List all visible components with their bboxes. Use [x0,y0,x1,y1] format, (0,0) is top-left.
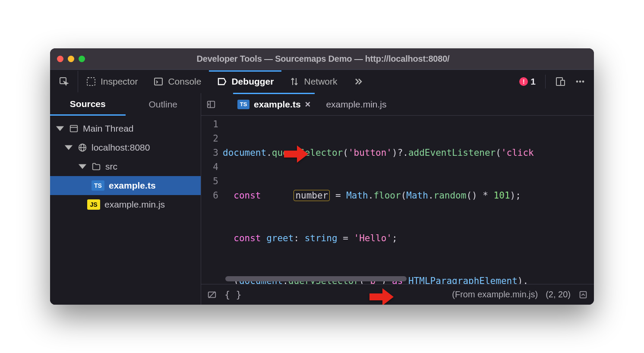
svg-point-5 [576,81,578,83]
tree-label: localhost:8080 [92,142,150,153]
error-icon: ! [519,77,528,86]
sidebar-tabs: Sources Outline [50,93,201,116]
tab-console-label: Console [168,76,201,87]
tree-folder-src[interactable]: src [50,157,201,176]
error-count-badge[interactable]: ! 1 [519,76,536,87]
toggle-sidebar-icon[interactable] [206,100,216,109]
pretty-print-button[interactable]: { } [224,289,242,300]
code-content: document.querySelector('button')?.addEve… [223,116,594,284]
svg-line-16 [209,291,215,298]
blackbox-icon[interactable] [207,290,217,299]
editor-tab-example-ts[interactable]: TS example.ts × [233,93,315,114]
traffic-lights [57,56,85,62]
debugger-body: Sources Outline Main Thread localhost:80… [50,93,594,305]
maximize-window-button[interactable] [79,56,85,62]
toolbar-right: ! 1 [519,75,594,88]
responsive-mode-icon[interactable] [555,76,565,87]
ts-file-badge-icon: TS [237,100,249,109]
folder-icon [92,162,101,171]
twisty-down-icon [55,124,65,133]
tab-debugger-label: Debugger [231,76,274,87]
console-icon [153,76,164,87]
editor-tab-label: example.min.js [326,99,386,110]
editor-tab-example-min-js[interactable]: example.min.js [322,94,391,115]
cursor-position: (2, 20) [546,290,571,299]
tree-main-thread[interactable]: Main Thread [50,119,201,138]
tab-console[interactable]: Console [145,71,209,92]
twisty-down-icon [78,162,87,171]
tree-label: src [105,161,117,172]
twisty-down-icon [64,143,73,152]
horizontal-scrollbar[interactable] [225,276,588,281]
line-number-gutter: 1 2 3 4 5 6 [201,116,223,284]
svg-rect-2 [155,78,162,85]
pointer-icon [59,76,69,87]
svg-point-7 [582,81,584,83]
minimize-window-button[interactable] [68,56,74,62]
network-icon [289,76,300,87]
tree-label: example.ts [109,180,156,191]
tree-label: example.min.js [104,199,165,210]
annotation-arrow-icon [283,145,309,164]
element-picker-button[interactable] [50,71,78,92]
ts-file-badge-icon: TS [92,180,104,191]
tab-outline[interactable]: Outline [126,93,201,116]
editor-tab-label: example.ts [254,99,301,110]
chevrons-right-icon [353,76,363,87]
globe-icon [78,143,87,152]
svg-rect-1 [87,78,95,85]
editor-tab-strip: TS example.ts × example.min.js [201,93,594,116]
tab-network[interactable]: Network [281,71,345,92]
annotation-arrow-icon [369,287,395,305]
sources-tree: Main Thread localhost:8080 src TS exampl… [50,116,201,217]
devtools-window: Developer Tools — Sourcemaps Demo — http… [50,48,594,305]
scrollbar-thumb[interactable] [225,276,407,281]
kebab-menu-icon[interactable] [575,76,585,87]
tab-inspector[interactable]: Inspector [78,71,145,92]
sources-sidebar: Sources Outline Main Thread localhost:80… [50,93,201,305]
tree-label: Main Thread [83,123,134,134]
devtools-toolbar: Inspector Console Debugger Network ! 1 [50,69,594,93]
window-icon [69,124,79,133]
tree-file-example-ts[interactable]: TS example.ts [50,176,201,195]
close-tab-icon[interactable]: × [305,99,311,110]
source-editor: TS example.ts × example.min.js 1 2 3 4 5… [201,93,594,305]
window-title: Developer Tools — Sourcemaps Demo — http… [89,54,557,64]
tabs-overflow-button[interactable] [345,71,371,92]
hovered-type-token: number [294,190,330,201]
svg-rect-17 [580,291,587,298]
js-file-badge-icon: JS [87,199,100,210]
tab-inspector-label: Inspector [101,76,138,87]
tree-file-example-min-js[interactable]: JS example.min.js [50,195,201,214]
error-count: 1 [530,76,536,87]
svg-rect-4 [561,80,565,85]
debugger-icon [217,76,227,87]
svg-rect-8 [70,126,78,132]
tab-sources[interactable]: Sources [50,93,126,116]
code-viewport[interactable]: 1 2 3 4 5 6 document.querySelector('butt… [201,116,594,284]
inspector-icon [86,76,96,87]
svg-point-6 [579,81,581,83]
tab-debugger[interactable]: Debugger [209,70,281,92]
map-scopes-icon[interactable] [578,290,588,299]
sourcemap-origin-label: (From example.min.js) [452,290,538,299]
editor-footer: { } (From example.min.js) (2, 20) [201,284,594,305]
tree-host[interactable]: localhost:8080 [50,138,201,157]
tab-network-label: Network [304,76,337,87]
window-titlebar: Developer Tools — Sourcemaps Demo — http… [50,48,594,69]
close-window-button[interactable] [57,56,63,62]
